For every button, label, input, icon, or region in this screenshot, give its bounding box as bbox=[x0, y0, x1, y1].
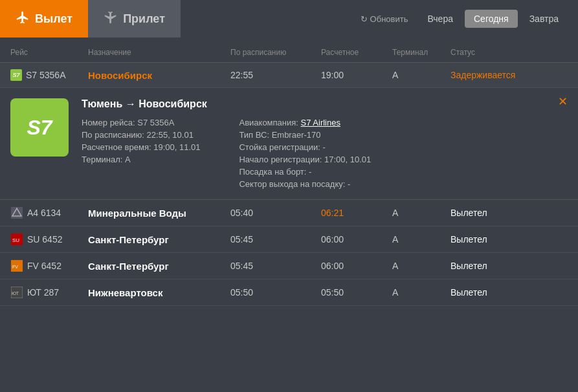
airline-icon-fv: FV bbox=[10, 259, 23, 272]
flight-row-fv-6452[interactable]: FV FV 6452 Санкт-Петербург 05:45 06:00 А… bbox=[0, 253, 578, 279]
gate-label: Сектор выхода на посадку: bbox=[239, 179, 345, 189]
estimated-s7: 19:00 bbox=[321, 70, 392, 80]
flight-number-value: S7 5356A bbox=[137, 118, 174, 127]
status-fv: Вылетел bbox=[450, 261, 568, 271]
detail-inner: S7 Тюмень → Новосибирск Номер рейса: S7 … bbox=[10, 98, 568, 189]
flight-number-text-ut: ЮТ 287 bbox=[27, 287, 59, 298]
aircraft-value: Embraer-170 bbox=[272, 130, 321, 140]
refresh-button[interactable]: ↻ Обновить bbox=[353, 10, 416, 28]
col-destination: Назначение bbox=[88, 48, 230, 57]
svg-text:SU: SU bbox=[12, 237, 19, 243]
detail-panel-s7: S7 Тюмень → Новосибирск Номер рейса: S7 … bbox=[0, 88, 578, 200]
svg-text:ЮТ: ЮТ bbox=[12, 291, 19, 296]
boarding-value: - bbox=[309, 167, 311, 177]
estimated-ut: 05:50 bbox=[321, 287, 392, 298]
airline-logo-text: S7 bbox=[27, 116, 52, 140]
detail-boarding: Посадка на борт: - bbox=[239, 167, 371, 177]
detail-terminal: Терминал: А bbox=[82, 155, 200, 164]
detail-content-wrapper: Тюмень → Новосибирск Номер рейса: S7 535… bbox=[82, 98, 568, 189]
tab-arrival[interactable]: Прилет bbox=[88, 0, 181, 38]
terminal-ut: А bbox=[392, 287, 450, 298]
destination-ut: Нижневартовск bbox=[88, 287, 230, 298]
airline-label: Авиакомпания: bbox=[239, 118, 298, 127]
detail-reg-start: Начало регистрации: 17:00, 10.01 bbox=[239, 155, 371, 164]
destination-s7: Новосибирск bbox=[88, 70, 230, 81]
flight-number-text-fv: FV 6452 bbox=[27, 261, 61, 271]
detail-right-col: Авиакомпания: S7 Airlines Тип ВС: Embrae… bbox=[239, 118, 371, 189]
airline-logo-s7: S7 bbox=[10, 98, 69, 157]
detail-estimated: Расчетное время: 19:00, 11.01 bbox=[82, 142, 200, 152]
destination-fv: Санкт-Петербург bbox=[88, 261, 230, 272]
status-s7: Задерживается bbox=[450, 70, 568, 80]
col-terminal: Терминал bbox=[392, 48, 450, 57]
terminal-s7: А bbox=[392, 70, 450, 80]
scheduled-ut: 05:50 bbox=[230, 287, 321, 298]
estimated-fv: 06:00 bbox=[321, 261, 392, 271]
tab-departure-label: Вылет bbox=[35, 12, 72, 26]
detail-aircraft: Тип ВС: Embraer-170 bbox=[239, 130, 371, 140]
col-flight: Рейс bbox=[10, 48, 88, 57]
flight-row-ut-287[interactable]: ЮТ ЮТ 287 Нижневартовск 05:50 05:50 А Вы… bbox=[0, 279, 578, 306]
estimated-a4: 06:21 bbox=[321, 208, 392, 218]
flight-number-ut: ЮТ ЮТ 287 bbox=[10, 286, 88, 299]
close-detail-button[interactable]: ✕ bbox=[558, 96, 568, 107]
flight-number-fv: FV FV 6452 bbox=[10, 259, 88, 272]
status-su: Вылетел bbox=[450, 234, 568, 245]
refresh-icon: ↻ bbox=[361, 14, 368, 24]
estimated-label: Расчетное время: bbox=[82, 142, 151, 152]
checkin-label: Стойка регистрации: bbox=[239, 142, 320, 152]
detail-scheduled: По расписанию: 22:55, 10.01 bbox=[82, 130, 200, 140]
airline-icon-a4 bbox=[10, 206, 23, 219]
reg-start-label: Начало регистрации: bbox=[239, 155, 322, 164]
scheduled-fv: 05:45 bbox=[230, 261, 321, 271]
boarding-label: Посадка на борт: bbox=[239, 167, 306, 177]
terminal-label: Терминал: bbox=[82, 155, 122, 164]
svg-text:FV: FV bbox=[12, 265, 18, 269]
detail-airline: Авиакомпания: S7 Airlines bbox=[239, 118, 371, 127]
departure-icon bbox=[16, 10, 30, 28]
airline-icon-su: SU bbox=[10, 233, 23, 246]
estimated-su: 06:00 bbox=[321, 234, 392, 245]
detail-checkin: Стойка регистрации: - bbox=[239, 142, 371, 152]
tab-arrival-label: Прилет bbox=[123, 12, 165, 26]
scheduled-su: 05:45 bbox=[230, 234, 321, 245]
checkin-value: - bbox=[323, 142, 326, 152]
header: Вылет Прилет ↻ Обновить Вчера Сегодня За… bbox=[0, 0, 578, 38]
flight-number-su: SU SU 6452 bbox=[10, 233, 88, 246]
reg-start-value: 17:00, 10.01 bbox=[324, 155, 371, 164]
scheduled-a4: 05:40 bbox=[230, 208, 321, 218]
scheduled-value: 22:55, 10.01 bbox=[147, 130, 194, 140]
status-a4: Вылетел bbox=[450, 208, 568, 218]
tab-departure[interactable]: Вылет bbox=[0, 0, 88, 38]
col-status: Статус bbox=[450, 48, 568, 57]
aircraft-label: Тип ВС: bbox=[239, 130, 269, 140]
flight-row-s7-5356a[interactable]: S7 S7 5356A Новосибирск 22:55 19:00 А За… bbox=[0, 63, 578, 88]
scheduled-label: По расписанию: bbox=[82, 130, 144, 140]
airline-link[interactable]: S7 Airlines bbox=[301, 118, 340, 127]
flight-row-a4-6134[interactable]: А4 6134 Минеральные Воды 05:40 06:21 А В… bbox=[0, 200, 578, 226]
flight-number-text: S7 5356A bbox=[26, 70, 66, 80]
col-estimated: Расчетное bbox=[321, 48, 392, 57]
yesterday-button[interactable]: Вчера bbox=[418, 10, 462, 28]
header-controls: ↻ Обновить Вчера Сегодня Завтра bbox=[353, 10, 578, 28]
airline-icon-s7: S7 bbox=[10, 69, 22, 81]
column-headers: Рейс Назначение По расписанию Расчетное … bbox=[0, 43, 578, 63]
airline-icon-ut: ЮТ bbox=[10, 286, 23, 299]
flight-number-a4: А4 6134 bbox=[10, 206, 88, 219]
tomorrow-button[interactable]: Завтра bbox=[520, 10, 568, 28]
status-ut: Вылетел bbox=[450, 287, 568, 298]
flight-number-s7: S7 S7 5356A bbox=[10, 69, 88, 81]
flight-row-su-6452[interactable]: SU SU 6452 Санкт-Петербург 05:45 06:00 А… bbox=[0, 226, 578, 253]
terminal-su: А bbox=[392, 234, 450, 245]
detail-route-title: Тюмень → Новосибирск bbox=[82, 98, 568, 110]
detail-gate: Сектор выхода на посадку: - bbox=[239, 179, 371, 189]
terminal-value: А bbox=[125, 155, 131, 164]
detail-columns: Номер рейса: S7 5356A По расписанию: 22:… bbox=[82, 118, 568, 189]
gate-value: - bbox=[348, 179, 350, 189]
flight-number-text-a4: А4 6134 bbox=[27, 208, 61, 218]
col-scheduled: По расписанию bbox=[230, 48, 321, 57]
detail-left-col: Номер рейса: S7 5356A По расписанию: 22:… bbox=[82, 118, 200, 189]
refresh-label: Обновить bbox=[370, 14, 408, 24]
destination-su: Санкт-Петербург bbox=[88, 234, 230, 245]
today-button[interactable]: Сегодня bbox=[465, 10, 518, 28]
